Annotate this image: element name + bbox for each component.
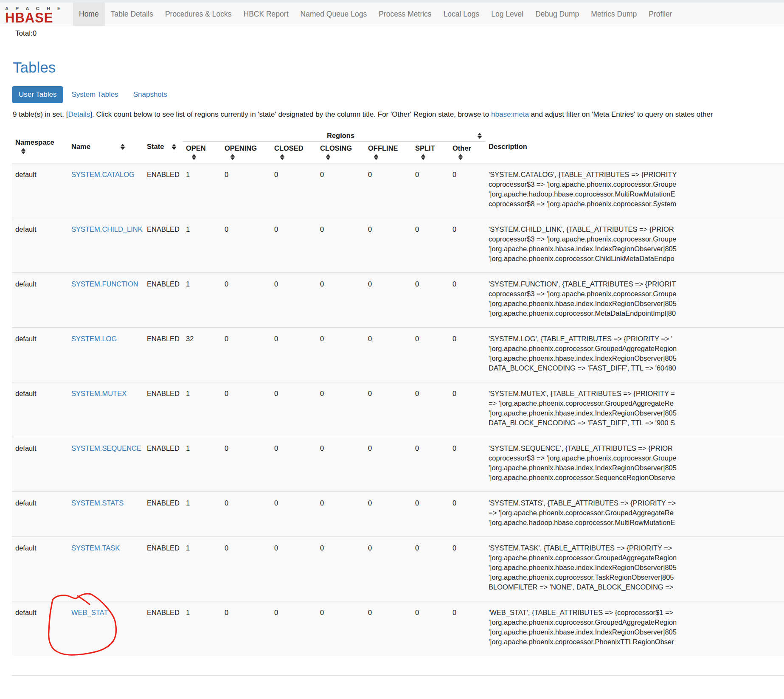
sort-icon[interactable] bbox=[230, 154, 235, 160]
column-header-state[interactable]: State bbox=[143, 130, 183, 163]
open-count[interactable]: 1 bbox=[183, 218, 221, 273]
sort-icon[interactable] bbox=[280, 154, 284, 160]
sort-icon[interactable] bbox=[421, 154, 425, 160]
table-name-link[interactable]: SYSTEM.TASK bbox=[71, 544, 120, 552]
opening-count[interactable]: 0 bbox=[221, 601, 271, 656]
column-header-region-state[interactable]: OFFLINE bbox=[365, 142, 412, 163]
tab-snapshots[interactable]: Snapshots bbox=[126, 86, 174, 103]
nav-item[interactable]: Process Metrics bbox=[373, 3, 437, 26]
sort-icon[interactable] bbox=[21, 148, 25, 154]
open-count[interactable]: 1 bbox=[183, 163, 221, 218]
split-count[interactable]: 0 bbox=[412, 492, 449, 537]
nav-item[interactable]: HBCK Report bbox=[238, 3, 295, 26]
nav-item[interactable]: Log Level bbox=[485, 3, 529, 26]
nav-item[interactable]: Table Details bbox=[105, 3, 159, 26]
closing-count[interactable]: 0 bbox=[317, 437, 365, 492]
closing-count[interactable]: 0 bbox=[317, 537, 365, 601]
split-count[interactable]: 0 bbox=[412, 382, 449, 437]
table-name-link[interactable]: SYSTEM.LOG bbox=[71, 335, 117, 342]
table-name-link[interactable]: SYSTEM.STATS bbox=[71, 499, 124, 507]
sort-icon[interactable] bbox=[478, 133, 482, 139]
open-count[interactable]: 1 bbox=[183, 537, 221, 601]
other-count[interactable]: 0 bbox=[449, 437, 485, 492]
closing-count[interactable]: 0 bbox=[317, 218, 365, 273]
nav-item[interactable]: Local Logs bbox=[438, 3, 486, 26]
column-header-region-state[interactable]: OPEN bbox=[183, 142, 221, 163]
column-header-region-state[interactable]: OPENING bbox=[221, 142, 271, 163]
table-name-link[interactable]: SYSTEM.CATALOG bbox=[71, 171, 135, 178]
closing-count[interactable]: 0 bbox=[317, 382, 365, 437]
nav-item[interactable]: Procedures & Locks bbox=[159, 3, 238, 26]
other-count[interactable]: 0 bbox=[449, 492, 485, 537]
split-count[interactable]: 0 bbox=[412, 273, 449, 328]
column-header-region-state[interactable]: CLOSED bbox=[271, 142, 317, 163]
hbase-meta-link[interactable]: hbase:meta bbox=[491, 110, 529, 118]
column-header-region-state[interactable]: CLOSING bbox=[317, 142, 365, 163]
table-name-link[interactable]: WEB_STAT bbox=[71, 609, 108, 616]
sort-icon[interactable] bbox=[326, 154, 330, 160]
closing-count[interactable]: 0 bbox=[317, 273, 365, 328]
offline-count[interactable]: 0 bbox=[365, 537, 412, 601]
nav-item[interactable]: Profiler bbox=[643, 3, 678, 26]
closed-count[interactable]: 0 bbox=[271, 601, 317, 656]
open-count[interactable]: 1 bbox=[183, 273, 221, 328]
table-name-link[interactable]: SYSTEM.MUTEX bbox=[71, 390, 126, 397]
opening-count[interactable]: 0 bbox=[221, 437, 271, 492]
opening-count[interactable]: 0 bbox=[221, 382, 271, 437]
other-count[interactable]: 0 bbox=[449, 218, 485, 273]
nav-item[interactable]: Debug Dump bbox=[529, 3, 585, 26]
offline-count[interactable]: 0 bbox=[365, 218, 412, 273]
closed-count[interactable]: 0 bbox=[271, 492, 317, 537]
sort-icon[interactable] bbox=[458, 154, 463, 160]
opening-count[interactable]: 0 bbox=[221, 537, 271, 601]
other-count[interactable]: 0 bbox=[449, 328, 485, 382]
offline-count[interactable]: 0 bbox=[365, 382, 412, 437]
open-count[interactable]: 32 bbox=[183, 328, 221, 382]
split-count[interactable]: 0 bbox=[412, 163, 449, 218]
offline-count[interactable]: 0 bbox=[365, 273, 412, 328]
other-count[interactable]: 0 bbox=[449, 382, 485, 437]
column-header-namespace[interactable]: Namespace bbox=[12, 130, 68, 163]
closed-count[interactable]: 0 bbox=[271, 437, 317, 492]
sort-icon[interactable] bbox=[374, 154, 378, 160]
column-header-region-state[interactable]: SPLIT bbox=[412, 142, 449, 163]
column-header-name[interactable]: Name bbox=[68, 130, 143, 163]
closing-count[interactable]: 0 bbox=[317, 163, 365, 218]
tab-user-tables[interactable]: User Tables bbox=[12, 86, 63, 103]
offline-count[interactable]: 0 bbox=[365, 437, 412, 492]
offline-count[interactable]: 0 bbox=[365, 601, 412, 656]
offline-count[interactable]: 0 bbox=[365, 163, 412, 218]
table-name-link[interactable]: SYSTEM.CHILD_LINK bbox=[71, 225, 143, 233]
opening-count[interactable]: 0 bbox=[221, 492, 271, 537]
offline-count[interactable]: 0 bbox=[365, 328, 412, 382]
open-count[interactable]: 1 bbox=[183, 437, 221, 492]
open-count[interactable]: 1 bbox=[183, 382, 221, 437]
other-count[interactable]: 0 bbox=[449, 273, 485, 328]
closed-count[interactable]: 0 bbox=[271, 218, 317, 273]
hbase-logo[interactable]: A P A C H E HBASE bbox=[0, 3, 73, 26]
table-name-link[interactable]: SYSTEM.SEQUENCE bbox=[71, 444, 141, 452]
closing-count[interactable]: 0 bbox=[317, 328, 365, 382]
open-count[interactable]: 1 bbox=[183, 492, 221, 537]
opening-count[interactable]: 0 bbox=[221, 273, 271, 328]
split-count[interactable]: 0 bbox=[412, 437, 449, 492]
open-count[interactable]: 1 bbox=[183, 601, 221, 656]
split-count[interactable]: 0 bbox=[412, 601, 449, 656]
split-count[interactable]: 0 bbox=[412, 218, 449, 273]
closed-count[interactable]: 0 bbox=[271, 273, 317, 328]
sort-icon[interactable] bbox=[121, 144, 125, 150]
sort-icon[interactable] bbox=[172, 144, 176, 150]
details-link[interactable]: Details bbox=[68, 110, 90, 118]
tab-system-tables[interactable]: System Tables bbox=[65, 86, 125, 103]
closing-count[interactable]: 0 bbox=[317, 492, 365, 537]
other-count[interactable]: 0 bbox=[449, 601, 485, 656]
closed-count[interactable]: 0 bbox=[271, 537, 317, 601]
sort-icon[interactable] bbox=[192, 154, 196, 160]
closed-count[interactable]: 0 bbox=[271, 382, 317, 437]
closing-count[interactable]: 0 bbox=[317, 601, 365, 656]
opening-count[interactable]: 0 bbox=[221, 328, 271, 382]
closed-count[interactable]: 0 bbox=[271, 163, 317, 218]
column-header-region-state[interactable]: Other bbox=[449, 142, 485, 163]
split-count[interactable]: 0 bbox=[412, 537, 449, 601]
opening-count[interactable]: 0 bbox=[221, 218, 271, 273]
